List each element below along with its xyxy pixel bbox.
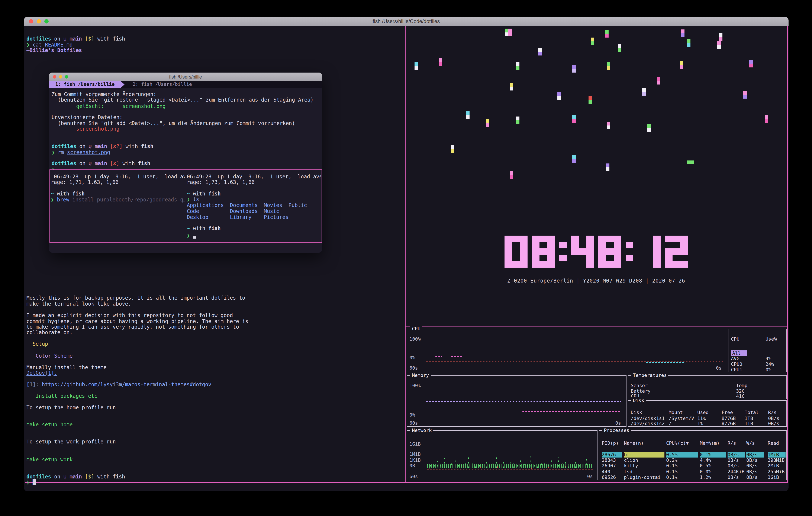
process-cell: 0.1% bbox=[666, 463, 677, 469]
process-cell: 4.4% bbox=[700, 458, 711, 463]
window-controls bbox=[29, 19, 49, 24]
process-cell: 0.5% bbox=[666, 452, 698, 458]
network-rx-spike bbox=[583, 463, 583, 468]
process-header: Name(n) bbox=[624, 440, 644, 446]
temps-header: Temp bbox=[736, 383, 747, 388]
process-cell: 1MiB bbox=[767, 452, 786, 458]
memory-y-min-label: 0% bbox=[409, 412, 415, 418]
cpu-legend-entry[interactable]: All bbox=[731, 350, 747, 356]
cpu-legend-entry[interactable]: CPU1 bbox=[731, 367, 742, 373]
network-rx-spike bbox=[458, 465, 459, 468]
cpu-legend-entry[interactable]: AVG bbox=[731, 356, 740, 361]
network-y-label-3: 1KiB bbox=[409, 458, 421, 463]
network-rx-spike bbox=[434, 465, 435, 468]
disk-cell: 877GB bbox=[722, 421, 736, 426]
cpu-y-min-label: 0% bbox=[409, 355, 415, 361]
process-cell: 26907 bbox=[602, 463, 616, 469]
memory-panel-title: Memory bbox=[410, 372, 431, 379]
network-rx-spike bbox=[437, 461, 438, 468]
process-cell: 244KiB bbox=[728, 469, 745, 474]
temps-header: Sensor bbox=[631, 383, 648, 388]
disk-cell: /dev/disk1s2 bbox=[631, 421, 665, 426]
process-header: CPU%(c)▼ bbox=[666, 440, 689, 446]
network-rx-spike bbox=[530, 455, 531, 468]
process-cell: clion bbox=[624, 458, 638, 463]
cpu-y-max-label: 100% bbox=[409, 336, 421, 342]
process-header: Mem%(m) bbox=[700, 440, 720, 446]
process-header: PID(p) bbox=[602, 440, 619, 446]
processes-panel: Processes PID(p)Name(n)CPU%(c)▼Mem%(m)R/… bbox=[599, 430, 787, 480]
disk-cell: 0B/s bbox=[768, 416, 779, 421]
disk-cell: 0B/s bbox=[768, 421, 779, 426]
process-cell: 0.1% bbox=[700, 452, 726, 458]
network-x-right-label: 0s bbox=[587, 474, 593, 479]
memory-panel: Memory 100% 0% 60s 0s bbox=[407, 375, 627, 427]
process-cell: 28843 bbox=[602, 458, 616, 463]
process-cell: 0.2% bbox=[666, 458, 677, 463]
titlebar[interactable]: fish /Users/billie/Code/dotfiles bbox=[24, 17, 788, 26]
network-rx-spike bbox=[569, 465, 569, 468]
network-tx-spike bbox=[531, 467, 532, 469]
network-tx-spike bbox=[565, 466, 566, 469]
network-rx-spike bbox=[524, 464, 525, 468]
process-cell: 0B/s bbox=[746, 463, 758, 469]
network-rx-spike bbox=[499, 464, 500, 468]
network-rx-spike bbox=[444, 458, 445, 468]
network-rx-spike bbox=[575, 461, 576, 468]
cpu-legend-value: 0% bbox=[765, 367, 771, 373]
graph-line bbox=[451, 356, 463, 357]
cpu-x-left-label: 60s bbox=[409, 365, 418, 371]
minimize-button[interactable] bbox=[37, 19, 41, 24]
process-cell: btm bbox=[624, 452, 664, 458]
process-header: W/s bbox=[746, 440, 755, 446]
network-rx-spike bbox=[555, 464, 556, 468]
cpu-legend-entry[interactable]: CPU0 bbox=[731, 361, 742, 367]
process-cell: 0B/s bbox=[746, 452, 764, 458]
network-rx-spike bbox=[517, 465, 518, 468]
terminal-content: dotfiles on ψ main [$] with fish❯ cat RE… bbox=[24, 26, 788, 491]
disk-panel: Disk DiskMountUsedFreeTotalR/s/dev/disk1… bbox=[628, 400, 787, 427]
network-panel-title: Network bbox=[410, 427, 434, 434]
disk-header: Total bbox=[745, 410, 759, 415]
system-monitor-pane: CPU 100% 0% 60s 0s CPUUse%AllAVG4%CPU024… bbox=[24, 26, 788, 491]
process-cell: 0B/s bbox=[746, 474, 758, 480]
disk-cell: /dev/disk1s1 bbox=[631, 416, 665, 421]
network-rx-spike bbox=[510, 461, 511, 468]
network-rx-spike bbox=[558, 458, 559, 468]
process-cell: kitty bbox=[624, 463, 638, 469]
network-tx-spike bbox=[497, 466, 498, 469]
close-button[interactable] bbox=[29, 19, 33, 24]
process-cell: 0.1% bbox=[666, 469, 677, 474]
process-cell: 0.5% bbox=[700, 463, 711, 469]
graph-line bbox=[427, 469, 593, 469]
network-rx-spike bbox=[465, 462, 466, 468]
network-rx-spike bbox=[527, 463, 528, 468]
network-rx-spike bbox=[475, 465, 476, 468]
cpu-legend-panel: CPUUse%AllAVG4%CPU024%CPU10% bbox=[728, 329, 787, 372]
legend-header: CPU bbox=[731, 336, 740, 342]
cpu-legend-value: 4% bbox=[765, 356, 771, 361]
graph-line bbox=[426, 401, 621, 402]
temps-cell: 41C bbox=[736, 393, 745, 399]
process-cell: 398MiB bbox=[767, 458, 785, 463]
network-rx-spike bbox=[489, 465, 490, 468]
process-header: R/s bbox=[728, 440, 736, 446]
network-rx-spike bbox=[520, 459, 521, 468]
disk-header: R/s bbox=[768, 410, 777, 415]
network-rx-spike bbox=[541, 462, 542, 468]
process-cell: lsd bbox=[624, 469, 633, 474]
disk-cell: 1% bbox=[697, 421, 703, 426]
network-x-left-label: 60s bbox=[409, 474, 418, 479]
graph-line bbox=[646, 362, 685, 363]
disk-header: Disk bbox=[631, 410, 642, 415]
temps-cell: 32C bbox=[736, 388, 745, 394]
process-cell: 3GiB bbox=[767, 474, 779, 480]
zoom-button[interactable] bbox=[45, 19, 49, 24]
network-rx-spike bbox=[503, 462, 504, 468]
process-header: Read bbox=[767, 440, 779, 446]
network-rx-spike bbox=[562, 463, 562, 468]
network-rx-spike bbox=[538, 465, 538, 468]
disk-cell: 11% bbox=[697, 416, 706, 421]
network-y-label-4: 0B bbox=[409, 463, 415, 469]
network-rx-spike bbox=[461, 464, 462, 468]
